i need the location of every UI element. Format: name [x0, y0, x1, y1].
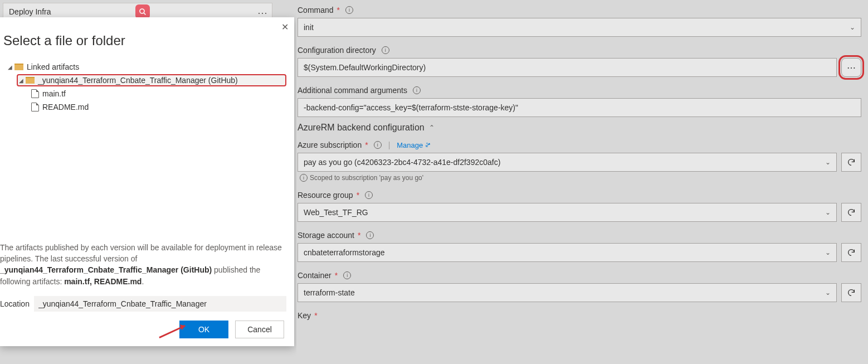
chevron-down-icon: ◢	[8, 64, 13, 70]
info-icon[interactable]: i	[366, 231, 374, 239]
refresh-icon	[847, 158, 856, 167]
container-label: Container* i	[298, 268, 861, 283]
task-title: Deploy Infra	[9, 7, 51, 16]
command-select[interactable]: init ⌄	[298, 18, 861, 37]
subscription-select[interactable]: pay as you go (c4206323-2bc4-4732-a41e-d…	[298, 153, 837, 172]
tree-file[interactable]: README.md	[31, 101, 287, 113]
chevron-down-icon: ⌄	[825, 249, 831, 256]
info-icon[interactable]: i	[343, 271, 351, 279]
tree-root[interactable]: ◢ Linked artifacts	[8, 61, 287, 73]
command-label: Command* i	[298, 2, 861, 18]
refresh-icon	[847, 208, 856, 217]
manage-link[interactable]: Manage	[397, 141, 431, 149]
chevron-down-icon: ⌄	[825, 289, 831, 297]
refresh-icon	[847, 288, 856, 297]
storage-account-label: Storage account* i	[298, 227, 861, 243]
chevron-down-icon: ⌄	[850, 23, 855, 31]
location-input[interactable]	[34, 296, 286, 312]
add-args-label: Additional command arguments i	[298, 82, 861, 98]
container-select[interactable]: terraform-state ⌄	[298, 283, 837, 302]
file-icon	[31, 89, 39, 98]
tree-root-label: Linked artifacts	[27, 62, 79, 71]
dialog-footer-text: The artifacts published by each version …	[0, 234, 294, 293]
dialog-title: Select a file or folder	[0, 17, 294, 55]
tree-file[interactable]: main.tf	[31, 88, 287, 100]
storage-account-select[interactable]: cnbateterraformstorage ⌄	[298, 243, 837, 262]
refresh-button[interactable]	[841, 283, 861, 302]
scoped-note: i Scoped to subscription 'pay as you go'	[298, 174, 861, 182]
external-link-icon	[425, 142, 431, 148]
add-args-input[interactable]	[298, 98, 861, 117]
resource-group-select[interactable]: Web_Test_TF_RG ⌄	[298, 203, 837, 222]
folder-icon	[26, 77, 35, 84]
info-icon[interactable]: i	[413, 86, 421, 94]
chevron-down-icon: ⌄	[825, 208, 831, 216]
info-icon[interactable]: i	[345, 6, 353, 14]
info-icon[interactable]: i	[374, 141, 382, 149]
tree-file-label: README.md	[42, 103, 89, 111]
config-dir-label: Configuration directory i	[298, 42, 861, 58]
file-icon	[31, 103, 39, 111]
ok-button[interactable]: OK	[179, 321, 228, 338]
chevron-down-icon: ⌄	[825, 158, 831, 166]
task-form: Command* i init ⌄ Configuration director…	[296, 0, 865, 364]
browse-button[interactable]: ⋯	[841, 58, 861, 77]
tree-repo-label: _yunqian44_Terraform_Cnbate_Traffic_Mana…	[38, 76, 238, 85]
close-icon[interactable]: ✕	[281, 22, 289, 32]
location-label: Location	[0, 299, 30, 308]
file-picker-dialog: ✕ Select a file or folder ◢ Linked artif…	[0, 17, 294, 346]
info-icon[interactable]: i	[365, 191, 373, 199]
refresh-icon	[847, 248, 856, 257]
folder-icon	[14, 64, 23, 70]
refresh-button[interactable]	[841, 153, 861, 172]
chevron-up-icon: ⌃	[429, 124, 435, 132]
subscription-label: Azure subscription* i | Manage	[298, 137, 861, 153]
info-icon: i	[300, 174, 308, 182]
tree-file-label: main.tf	[42, 89, 66, 98]
refresh-button[interactable]	[841, 243, 861, 262]
svg-point-0	[140, 9, 144, 13]
svg-line-1	[144, 13, 145, 14]
chevron-down-icon: ◢	[19, 77, 25, 84]
tree-repo-selected[interactable]: ◢ _yunqian44_Terraform_Cnbate_Traffic_Ma…	[17, 74, 286, 86]
cancel-button[interactable]: Cancel	[235, 321, 284, 338]
artifact-tree: ◢ Linked artifacts ◢ _yunqian44_Terrafor…	[0, 55, 294, 234]
key-label: Key*	[298, 308, 861, 323]
config-dir-input[interactable]	[298, 58, 837, 77]
refresh-button[interactable]	[841, 203, 861, 222]
resource-group-label: Resource group* i	[298, 187, 861, 203]
info-icon[interactable]: i	[382, 46, 389, 54]
backend-section-header[interactable]: AzureRM backend configuration ⌃	[298, 123, 861, 133]
